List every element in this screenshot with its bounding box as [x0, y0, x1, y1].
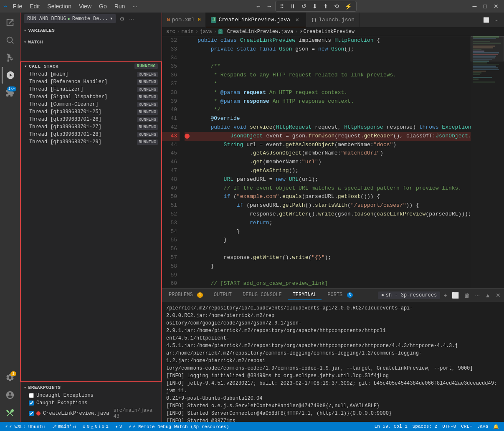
- menu-edit[interactable]: Edit: [28, 2, 42, 10]
- status-git-branch[interactable]: ⎇ main* ↺: [50, 424, 78, 429]
- callstack-status: Running: [134, 63, 158, 69]
- thread-qtp29[interactable]: Thread [qtp399683701-29] RUNNING: [21, 138, 161, 146]
- thread-finalizer[interactable]: Thread [Finalizer] RUNNING: [21, 86, 161, 93]
- play-icon: ▶: [68, 16, 71, 21]
- debug-restart[interactable]: ↺: [299, 2, 309, 11]
- menu-view[interactable]: View: [77, 2, 94, 10]
- thread-qtp25[interactable]: Thread [qtp399683701-25] RUNNING: [21, 108, 161, 116]
- menu-run[interactable]: Run: [112, 2, 127, 10]
- bc-class[interactable]: ⚡CreateLinkPreview: [299, 28, 355, 35]
- debug-step-into[interactable]: ⬇: [310, 2, 320, 11]
- bp-uncaught-checkbox[interactable]: [29, 393, 34, 398]
- window-minimize[interactable]: ─: [471, 2, 479, 10]
- search-icon[interactable]: [2, 32, 18, 48]
- tab-terminal[interactable]: TERMINAL: [288, 290, 322, 300]
- watch-chevron: ▾: [24, 40, 27, 45]
- remote-icon[interactable]: [2, 404, 18, 421]
- variables-header[interactable]: ▾ VARIABLES: [20, 26, 162, 35]
- tab-create-link-preview[interactable]: J CreateLinkPreview.java ✕: [206, 13, 306, 27]
- status-breakpoints[interactable]: ✦ 3: [114, 424, 124, 429]
- breakpoints-chevron: ▾: [24, 385, 27, 390]
- debug-settings-button[interactable]: ⚙: [119, 15, 126, 23]
- debug-step-out[interactable]: ⟲: [332, 2, 342, 11]
- split-terminal-button[interactable]: ⬜: [450, 291, 461, 299]
- status-eol[interactable]: CRLF: [459, 424, 474, 429]
- code-line-60: // [START add_ons_case_preview_link]: [185, 279, 471, 288]
- thread-signal-dispatcher[interactable]: Thread [Signal Dispatcher] RUNNING: [21, 93, 161, 101]
- code-content[interactable]: public class CreateLinkPreview implement…: [183, 36, 471, 288]
- bp-caught-checkbox[interactable]: [29, 401, 34, 406]
- bc-src[interactable]: src: [166, 29, 175, 35]
- editor-area: M pom.xml M J CreateLinkPreview.java ✕ {…: [162, 13, 504, 422]
- close-panel-button[interactable]: ✕: [494, 291, 502, 299]
- thread-qtp26[interactable]: Thread [qtp399683701-26] RUNNING: [21, 116, 161, 123]
- bc-file[interactable]: J CreateLinkPreview.java: [218, 29, 293, 35]
- tab-output[interactable]: OUTPUT: [209, 290, 237, 300]
- extensions-icon[interactable]: 1k+: [2, 84, 18, 101]
- maximize-panel-button[interactable]: ▲: [483, 291, 492, 299]
- language-label: Java: [477, 424, 488, 429]
- nav-back[interactable]: ←: [253, 2, 263, 10]
- kill-terminal-button[interactable]: 🗑: [462, 291, 471, 299]
- bc-java[interactable]: java: [200, 29, 212, 35]
- terminal-line-9: [INFO] Started o.e.j.s.ServletContextHan…: [166, 402, 500, 410]
- source-control-icon[interactable]: [2, 49, 18, 66]
- nav-forward[interactable]: →: [264, 2, 274, 10]
- thread-name: Thread [Reference Handler]: [29, 79, 107, 85]
- cursor-pos-label: Ln 59, Col 1: [375, 424, 408, 429]
- menu-go[interactable]: Go: [97, 2, 109, 10]
- status-remote-debug[interactable]: ⚡ ⚡ Remote Debug Watch (3p-resources): [127, 424, 231, 429]
- status-errors[interactable]: ⊗ 0 △ 0 ℹ 0 1: [81, 424, 110, 429]
- status-cursor-pos[interactable]: Ln 59, Col 1: [373, 424, 409, 429]
- warning-count: 0: [95, 424, 98, 429]
- status-language[interactable]: Java: [476, 424, 490, 429]
- code-line-46: .get(memberName:"url"): [185, 158, 471, 167]
- thread-name: Thread [Finalizer]: [29, 86, 84, 92]
- debug-pause[interactable]: ⏸: [287, 2, 298, 11]
- tab-ports[interactable]: PORTS 3: [322, 290, 357, 300]
- debug-step-over[interactable]: ⬆: [321, 2, 331, 11]
- status-notifications[interactable]: 🔔: [491, 424, 501, 429]
- status-encoding[interactable]: UTF-8: [441, 424, 458, 429]
- debug-more-button[interactable]: ···: [128, 15, 135, 23]
- settings-icon[interactable]: 1: [2, 369, 18, 386]
- tab-pom-xml[interactable]: M pom.xml M: [162, 13, 206, 27]
- run-debug-button[interactable]: RUN AND DEBUG ▶ Remote De... ▾: [24, 14, 116, 23]
- breakpoints-header[interactable]: ▾ BREAKPOINTS: [20, 383, 162, 392]
- menu-more[interactable]: ···: [130, 2, 139, 10]
- tab-close-button[interactable]: ✕: [294, 17, 301, 23]
- status-wsl[interactable]: ⚡ ⚡ WSL: Ubuntu: [3, 424, 46, 429]
- debug-continue[interactable]: ⠿: [277, 2, 286, 11]
- thread-common-cleaner[interactable]: Thread [Common-Cleaner] RUNNING: [21, 101, 161, 108]
- bp-file-checkbox[interactable]: [29, 411, 34, 416]
- terminal-content[interactable]: /pierrick/.m2/repository/io/cloudevents/…: [162, 302, 504, 422]
- window-maximize[interactable]: □: [481, 2, 489, 10]
- status-spaces[interactable]: Spaces: 2: [411, 424, 439, 429]
- bc-main[interactable]: main: [182, 29, 194, 35]
- panel-actions: ● sh - 3p-resources + ⬜ 🗑 ··· ▲ ✕: [378, 291, 502, 299]
- window-close[interactable]: ✕: [491, 2, 501, 10]
- tab-problems[interactable]: PROBLEMS 1: [164, 290, 208, 300]
- debug-icon[interactable]: [2, 67, 18, 84]
- tab-debug-console[interactable]: DEBUG CONSOLE: [238, 290, 287, 300]
- thread-qtp28[interactable]: Thread [qtp399683701-28] RUNNING: [21, 131, 161, 138]
- thread-main[interactable]: Thread [main] RUNNING: [21, 71, 161, 78]
- thread-qtp27[interactable]: Thread [qtp399683701-27] RUNNING: [21, 123, 161, 131]
- account-icon[interactable]: [2, 387, 18, 403]
- editor-more-button[interactable]: ···: [492, 16, 501, 24]
- debug-run-to-cursor[interactable]: ⚡: [342, 2, 355, 11]
- vscode-logo: ⌁: [3, 2, 8, 10]
- menu-selection[interactable]: Selection: [45, 2, 73, 10]
- new-terminal-button[interactable]: +: [442, 291, 448, 299]
- menu-file[interactable]: File: [11, 2, 25, 10]
- tab-bar: M pom.xml M J CreateLinkPreview.java ✕ {…: [162, 13, 504, 27]
- thread-reference-handler[interactable]: Thread [Reference Handler] RUNNING: [21, 78, 161, 86]
- terminal-more-button[interactable]: ···: [473, 291, 481, 299]
- editor-split-button[interactable]: ⬜: [481, 16, 491, 24]
- tab-launch-json[interactable]: {} launch.json: [306, 13, 360, 27]
- thread-status: RUNNING: [137, 87, 158, 92]
- watch-header[interactable]: ▾ WATCH: [20, 38, 162, 46]
- terminal-line-1: /pierrick/.m2/repository/io/cloudevents/…: [166, 304, 500, 319]
- code-editor[interactable]: 32 33 34 35 36 37 38 39 40 41 42 43 44 4…: [162, 36, 471, 288]
- explorer-icon[interactable]: [2, 14, 18, 31]
